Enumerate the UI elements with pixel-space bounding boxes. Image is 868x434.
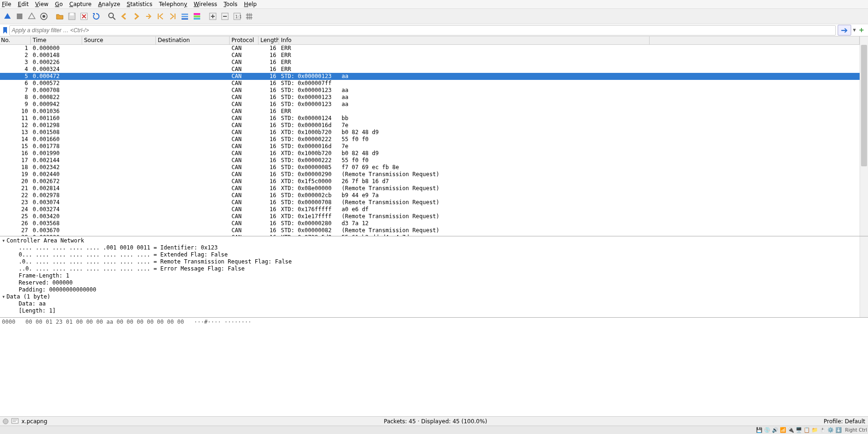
go-forward-icon[interactable]	[131, 11, 142, 22]
packet-row[interactable]: 170.002144CAN16STD: 0x00000222 55 f0 f0	[0, 157, 860, 164]
details-group-can[interactable]: Controller Area Network	[7, 237, 84, 244]
packet-row[interactable]: 280.003920CAN16XTD: 0x0738c5d9 55 61 b2 …	[0, 234, 860, 236]
header-protocol[interactable]: Protocol	[230, 36, 259, 44]
packet-row[interactable]: 250.003420CAN16XTD: 0x1e17ffff (Remote T…	[0, 213, 860, 220]
menu-statistics[interactable]: Statistics	[127, 1, 153, 7]
add-filter-expression-icon[interactable]: ＋	[858, 25, 865, 35]
zoom-out-icon[interactable]	[219, 11, 231, 22]
tree-collapse-icon[interactable]: ▾	[2, 237, 7, 244]
details-field[interactable]: Data: aa	[2, 300, 860, 307]
tray-icon[interactable]: 🔌	[788, 427, 795, 434]
find-packet-icon[interactable]	[106, 11, 118, 22]
scroll-thumb[interactable]	[861, 45, 867, 166]
tray-icon[interactable]: 💾	[756, 427, 763, 434]
tray-icon[interactable]: ⬇️	[835, 427, 842, 434]
go-to-packet-icon[interactable]	[143, 11, 154, 22]
menu-telephony[interactable]: Telephony	[159, 1, 187, 7]
tray-icon[interactable]: 🔊	[772, 427, 779, 434]
tray-icon[interactable]: 🖥️	[796, 427, 803, 434]
details-field[interactable]: 0... .... .... .... .... .... .... .... …	[2, 251, 860, 258]
tray-icon[interactable]: ⚙️	[827, 427, 834, 434]
details-field[interactable]: [Length: 1]	[2, 307, 860, 314]
packet-row[interactable]: 210.002814CAN16XTD: 0x08e00000 (Remote T…	[0, 185, 860, 192]
display-filter-input[interactable]	[9, 25, 836, 36]
packet-row[interactable]: 190.002440CAN16STD: 0x00000290 (Remote T…	[0, 171, 860, 178]
reload-icon[interactable]	[91, 11, 102, 22]
save-file-icon[interactable]	[66, 11, 77, 22]
open-file-icon[interactable]	[54, 11, 65, 22]
packet-row[interactable]: 120.001298CAN16STD: 0x0000016d 7e	[0, 122, 860, 129]
filter-dropdown-icon[interactable]: ▼	[853, 28, 856, 32]
menu-wireless[interactable]: Wireless	[194, 1, 217, 7]
packet-row[interactable]: 10.000000CAN16ERR	[0, 45, 860, 52]
packet-row[interactable]: 240.003274CAN16XTD: 0x176fffff a0 e6 df	[0, 206, 860, 213]
packet-row[interactable]: 180.002342CAN16STD: 0x00000085 f7 07 69 …	[0, 164, 860, 171]
packet-row[interactable]: 110.001160CAN16STD: 0x00000124 bb	[0, 115, 860, 122]
menu-go[interactable]: Go	[55, 1, 63, 7]
details-field[interactable]: Reserved: 000000	[2, 279, 860, 286]
packet-row[interactable]: 140.001660CAN16STD: 0x00000222 55 f0 f0	[0, 136, 860, 143]
packet-rows[interactable]: 10.000000CAN16ERR20.000148CAN16ERR30.000…	[0, 45, 860, 236]
details-vscroll[interactable]	[860, 236, 868, 317]
packet-row[interactable]: 150.001778CAN16STD: 0x0000016d 7e	[0, 143, 860, 150]
packet-row[interactable]: 200.002672CAN16XTD: 0x1f5c0000 26 7f b8 …	[0, 178, 860, 185]
details-field[interactable]: Frame-Length: 1	[2, 272, 860, 279]
details-field[interactable]: Padding: 00000000000000	[2, 286, 860, 293]
colorize-icon[interactable]	[191, 11, 203, 22]
header-destination[interactable]: Destination	[156, 36, 230, 44]
menu-file[interactable]: File	[2, 1, 11, 7]
restart-capture-icon[interactable]	[26, 11, 37, 22]
go-back-icon[interactable]	[119, 11, 130, 22]
packet-row[interactable]: 100.001036CAN16ERR	[0, 108, 860, 115]
go-first-icon[interactable]	[155, 11, 166, 22]
packet-row[interactable]: 90.000942CAN16STD: 0x00000123 aa	[0, 101, 860, 108]
expert-info-icon[interactable]	[3, 419, 8, 424]
packet-row[interactable]: 70.000708CAN16STD: 0x00000123 aa	[0, 87, 860, 94]
details-field[interactable]: ..0. .... .... .... .... .... .... .... …	[2, 265, 860, 272]
packet-row[interactable]: 130.001508CAN16XTD: 0x1000b720 b0 82 48 …	[0, 129, 860, 136]
details-field[interactable]: .0.. .... .... .... .... .... .... .... …	[2, 258, 860, 265]
packet-list-vscroll[interactable]	[860, 36, 868, 236]
menu-edit[interactable]: Edit	[18, 1, 28, 7]
start-capture-icon[interactable]	[2, 11, 13, 22]
packet-row[interactable]: 260.003568CAN16STD: 0x00000280 d3 7a 12	[0, 220, 860, 227]
resize-columns-icon[interactable]	[244, 11, 255, 22]
details-field[interactable]: .... .... .... .... .... .001 0010 0011 …	[2, 244, 860, 251]
stop-capture-icon[interactable]	[14, 11, 25, 22]
zoom-reset-icon[interactable]: 1:1	[231, 11, 243, 22]
status-profile[interactable]: Profile: Default	[824, 418, 865, 425]
details-group-data[interactable]: Data (1 byte)	[7, 293, 50, 300]
packet-row[interactable]: 160.001990CAN16XTD: 0x1000b720 b0 82 48 …	[0, 150, 860, 157]
bookmark-filter-icon[interactable]	[2, 25, 8, 36]
packet-details-pane[interactable]: ▾Controller Area Network .... .... .... …	[0, 236, 868, 318]
packet-row[interactable]: 40.000324CAN16ERR	[0, 66, 860, 73]
tray-icon[interactable]: 📋	[804, 427, 811, 434]
go-last-icon[interactable]	[167, 11, 178, 22]
header-no[interactable]: No.	[0, 36, 31, 44]
packet-row[interactable]: 20.000148CAN16ERR	[0, 52, 860, 59]
tree-collapse-icon[interactable]: ▾	[2, 293, 7, 300]
packet-row[interactable]: 230.003074CAN16STD: 0x00000708 (Remote T…	[0, 199, 860, 206]
header-time[interactable]: Time	[31, 36, 82, 44]
tray-icon[interactable]: 🖱️	[819, 427, 826, 434]
packet-row[interactable]: 80.000822CAN16STD: 0x00000123 aa	[0, 94, 860, 101]
autoscroll-icon[interactable]	[179, 11, 190, 22]
packet-list-header[interactable]: No. Time Source Destination Protocol Len…	[0, 36, 860, 45]
tray-icon[interactable]: 📁	[812, 427, 819, 434]
menu-help[interactable]: Help	[244, 1, 257, 7]
header-source[interactable]: Source	[82, 36, 156, 44]
capture-comment-icon[interactable]	[11, 418, 19, 425]
tray-icon[interactable]: 💿	[764, 427, 771, 434]
capture-options-icon[interactable]	[38, 11, 49, 22]
packet-row[interactable]: 60.000572CAN16STD: 0x000007ff	[0, 80, 860, 87]
packet-row[interactable]: 220.002978CAN16STD: 0x000002cb b9 44 e9 …	[0, 192, 860, 199]
menu-view[interactable]: View	[35, 1, 48, 7]
packet-row[interactable]: 50.000472CAN16STD: 0x00000123 aa	[0, 73, 860, 80]
zoom-in-icon[interactable]	[207, 11, 218, 22]
menu-analyze[interactable]: Analyze	[98, 1, 120, 7]
menu-capture[interactable]: Capture	[69, 1, 91, 7]
packet-bytes-pane[interactable]: 0000 00 00 01 23 01 00 00 00 aa 00 00 00…	[0, 318, 868, 416]
close-file-icon[interactable]	[78, 11, 90, 22]
header-length[interactable]: Length	[259, 36, 279, 44]
tray-icon[interactable]: 📶	[780, 427, 787, 434]
